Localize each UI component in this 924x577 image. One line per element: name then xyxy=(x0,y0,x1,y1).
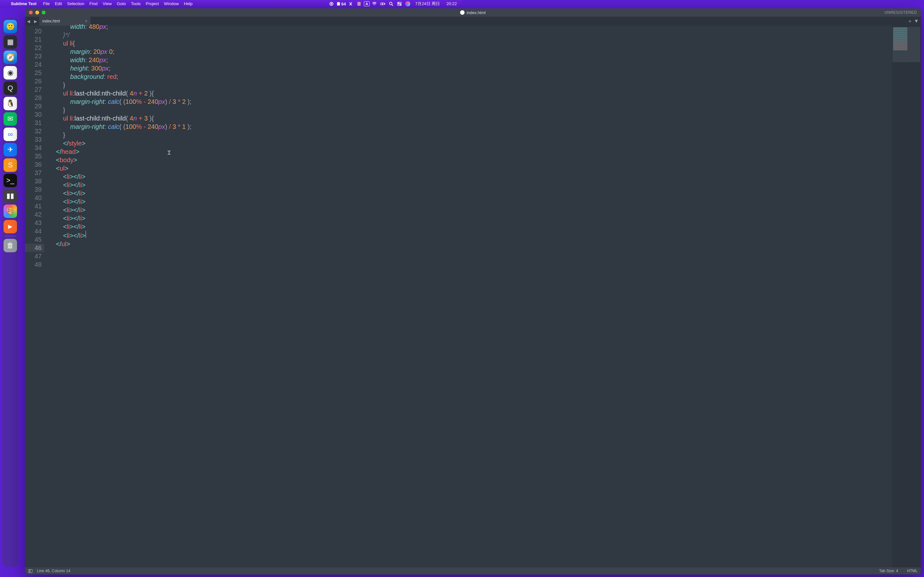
menu-project[interactable]: Project xyxy=(144,1,162,6)
code-line[interactable]: } xyxy=(49,106,462,114)
menu-window[interactable]: Window xyxy=(162,1,181,6)
code-line[interactable]: </ul> xyxy=(49,240,462,248)
app-menu[interactable]: Sublime Text xyxy=(8,0,39,8)
line-number[interactable]: 20 xyxy=(25,27,44,35)
siri-icon[interactable] xyxy=(404,0,411,7)
code-line[interactable]: margin-right: calc( (100% - 240px) / 3 *… xyxy=(49,97,462,106)
line-number[interactable]: 43 xyxy=(25,219,44,227)
code-line[interactable]: <ul> xyxy=(49,164,462,172)
code-line[interactable]: <li></li> xyxy=(49,206,462,214)
code-line[interactable]: <li></li> xyxy=(49,197,462,206)
line-number[interactable]: 39 xyxy=(25,185,44,193)
line-number[interactable]: 37 xyxy=(25,169,44,177)
code-line[interactable]: <body> xyxy=(49,156,462,164)
line-number[interactable]: 21 xyxy=(25,35,44,44)
dock-trash[interactable]: 🗑 xyxy=(3,239,17,252)
dock-chrome[interactable]: ◉ xyxy=(3,66,17,79)
line-number[interactable]: 48 xyxy=(25,260,44,269)
code-line[interactable]: </style> xyxy=(49,139,462,147)
pause-icon[interactable] xyxy=(355,0,363,7)
sync-icon[interactable] xyxy=(347,0,354,7)
dock-quicktime[interactable]: Q xyxy=(3,81,17,95)
line-number[interactable]: 24 xyxy=(25,60,44,69)
control-center-icon[interactable] xyxy=(396,0,403,7)
code-line[interactable]: margin: 20px 0; xyxy=(49,47,462,56)
line-number[interactable]: 36 xyxy=(25,160,44,169)
line-number[interactable]: 31 xyxy=(25,119,44,127)
input-source[interactable]: A xyxy=(364,1,370,6)
line-number[interactable]: 25 xyxy=(25,69,44,77)
code-line[interactable]: } xyxy=(49,131,462,139)
window-titlebar[interactable]: index.html UNREGISTERED xyxy=(25,8,462,17)
line-number[interactable]: 41 xyxy=(25,202,44,210)
spotlight-icon[interactable] xyxy=(388,0,395,7)
line-number[interactable]: 46 xyxy=(25,243,44,252)
dock-finder[interactable]: 🙂 xyxy=(3,20,17,33)
line-number[interactable]: 35 xyxy=(25,152,44,160)
menubar-date[interactable]: 7月24日 周日 xyxy=(413,0,443,8)
menu-goto[interactable]: Goto xyxy=(114,1,128,6)
line-number[interactable]: 23 xyxy=(25,52,44,60)
code-line[interactable]: width: 480px; xyxy=(49,23,462,31)
dock-sublime[interactable]: S xyxy=(3,158,17,172)
line-number[interactable]: 30 xyxy=(25,110,44,119)
code-view[interactable]: width: 480px; }*/ ul li{ margin: 20px 0;… xyxy=(49,26,462,288)
code-line[interactable]: height: 300px; xyxy=(49,64,462,73)
line-number[interactable]: 44 xyxy=(25,227,44,235)
code-line[interactable]: }*/ xyxy=(49,31,462,39)
line-number[interactable]: 38 xyxy=(25,177,44,185)
wifi-icon[interactable] xyxy=(371,0,378,7)
code-line[interactable]: ul li:last-child:nth-child( 4n + 2 ){ xyxy=(49,89,462,97)
code-line[interactable]: </head> xyxy=(49,147,462,156)
battery-icon[interactable] xyxy=(379,0,386,7)
line-number[interactable]: 45 xyxy=(25,235,44,243)
line-number[interactable]: 47 xyxy=(25,252,44,260)
menubar-time[interactable]: 20:22 xyxy=(444,0,459,8)
dock-art[interactable]: 🎨 xyxy=(3,205,17,218)
code-line[interactable]: <li></li> xyxy=(49,189,462,197)
line-number[interactable]: 29 xyxy=(25,102,44,110)
nav-forward-button[interactable]: ▶ xyxy=(32,17,39,26)
dock-launchpad[interactable]: ▦ xyxy=(3,35,17,49)
line-number[interactable]: 22 xyxy=(25,44,44,52)
dock-qq[interactable]: 🐧 xyxy=(3,97,17,110)
code-line[interactable]: ul li:last-child:nth-child( 4n + 3 ){ xyxy=(49,114,462,122)
code-line[interactable]: width: 240px; xyxy=(49,56,462,64)
code-line[interactable]: ul li{ xyxy=(49,39,462,47)
code-line[interactable]: margin-right: calc( (100% - 240px) / 3 *… xyxy=(49,122,462,131)
line-number[interactable]: 32 xyxy=(25,127,44,135)
line-number[interactable]: 28 xyxy=(25,93,44,102)
record-icon[interactable] xyxy=(328,0,335,7)
code-line[interactable]: <li></li> xyxy=(49,181,462,189)
code-line[interactable]: background: red; xyxy=(49,73,462,81)
dock-mail[interactable]: ► xyxy=(3,220,17,234)
line-number[interactable]: 27 xyxy=(25,85,44,93)
line-number-gutter[interactable]: 2021222324252627282930313233343536373839… xyxy=(25,26,44,288)
line-number[interactable]: 33 xyxy=(25,135,44,143)
dock-baidu-netdisk[interactable]: ∞ xyxy=(3,127,17,141)
line-number[interactable]: 34 xyxy=(25,143,44,152)
dock-terminal[interactable]: >_ xyxy=(3,174,17,187)
menu-view[interactable]: View xyxy=(100,1,114,6)
code-line[interactable]: <li></li> xyxy=(49,214,462,222)
file-type-icon xyxy=(460,10,462,15)
code-line[interactable]: <li></li> xyxy=(49,231,462,240)
menu-selection[interactable]: Selection xyxy=(65,1,87,6)
dock-parallels[interactable]: ▮▮ xyxy=(3,189,17,203)
nav-back-button[interactable]: ◀ xyxy=(25,17,32,26)
menu-help[interactable]: Help xyxy=(181,1,195,6)
dock-safari[interactable]: 🧭 xyxy=(3,51,17,64)
line-number[interactable]: 40 xyxy=(25,193,44,202)
line-number[interactable]: 42 xyxy=(25,210,44,219)
dock-feishu[interactable]: ✈ xyxy=(3,143,17,156)
menu-file[interactable]: File xyxy=(40,1,52,6)
line-number[interactable]: 26 xyxy=(25,77,44,85)
status-badge[interactable]: 64 xyxy=(336,2,346,6)
dock-wechat[interactable]: ✉ xyxy=(3,112,17,126)
code-line[interactable]: } xyxy=(49,81,462,89)
menu-edit[interactable]: Edit xyxy=(52,1,65,6)
code-line[interactable]: <li></li> xyxy=(49,172,462,181)
menu-tools[interactable]: Tools xyxy=(128,1,143,6)
menu-find[interactable]: Find xyxy=(87,1,100,6)
code-line[interactable]: <li></li> xyxy=(49,222,462,231)
